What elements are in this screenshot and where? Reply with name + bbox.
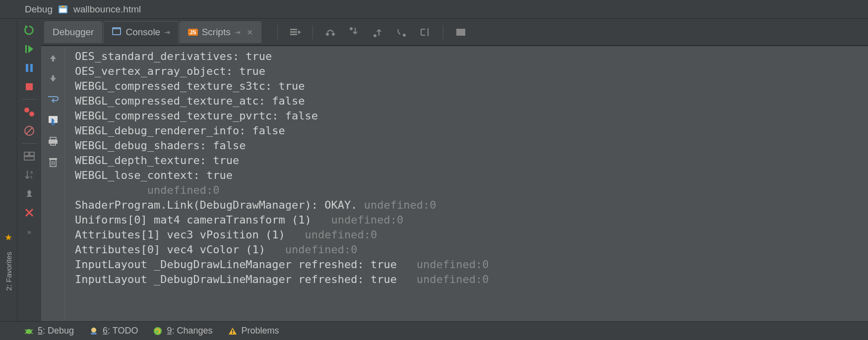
pause-icon[interactable] <box>22 60 37 75</box>
status-debug[interactable]: 5: Debug <box>24 326 74 336</box>
svg-point-44 <box>91 328 96 333</box>
toolbar-separator <box>443 25 443 39</box>
tab-label: Scripts <box>202 27 231 38</box>
svg-point-25 <box>373 34 376 37</box>
svg-rect-10 <box>24 152 29 156</box>
step-out-icon[interactable] <box>372 26 384 39</box>
svg-rect-45 <box>91 333 97 335</box>
step-over-icon[interactable] <box>324 26 337 39</box>
resume-icon[interactable] <box>22 42 37 57</box>
svg-rect-48 <box>232 333 233 334</box>
layout-settings-icon[interactable] <box>22 149 37 164</box>
view-breakpoints-icon[interactable] <box>22 105 37 119</box>
header-title: Debug <box>25 4 53 15</box>
changes-icon <box>153 326 163 336</box>
sort-icon[interactable]: az <box>22 168 37 182</box>
gutter-separator <box>22 99 37 100</box>
console-output[interactable]: OES_standard_derivatives: trueOES_vertex… <box>65 46 868 321</box>
tab-label: Console <box>125 27 160 38</box>
run-to-cursor-icon[interactable] <box>419 26 432 39</box>
soft-wrap-icon[interactable] <box>46 93 60 107</box>
tab-label: Debugger <box>53 27 94 38</box>
stop-icon[interactable] <box>22 79 37 94</box>
favorites-star-icon: ★ <box>4 232 12 243</box>
mute-breakpoints-icon[interactable] <box>22 123 37 138</box>
step-toolbar <box>277 25 467 39</box>
js-file-icon: JS <box>188 29 197 36</box>
evaluate-expression-icon[interactable] <box>454 26 467 39</box>
svg-line-42 <box>25 333 27 334</box>
tab-scripts[interactable]: JS Scripts ⇥ ✕ <box>180 21 261 43</box>
svg-text:a: a <box>30 170 33 174</box>
collapse-chevron-icon[interactable]: » <box>27 228 31 236</box>
toolbar-separator <box>277 25 278 39</box>
tab-close-icon[interactable]: ✕ <box>247 28 253 37</box>
svg-point-7 <box>29 112 34 116</box>
status-label: 5: Debug <box>38 326 74 336</box>
debug-tabbar: Debugger Console ⇥ JS Scripts ⇥ ✕ <box>41 19 868 46</box>
pin-indicator-icon: ⇥ <box>235 28 241 36</box>
status-label: 9: Changes <box>167 326 212 336</box>
close-icon[interactable] <box>22 205 37 220</box>
gutter-separator <box>22 143 37 144</box>
svg-rect-28 <box>456 29 465 36</box>
scroll-down-icon[interactable] <box>46 72 60 86</box>
favorites-tool-tab[interactable]: 2: Favorites <box>4 252 13 290</box>
svg-rect-2 <box>25 45 27 53</box>
todo-icon <box>89 326 99 336</box>
svg-rect-18 <box>113 29 120 34</box>
warning-icon <box>228 326 238 336</box>
svg-rect-21 <box>290 34 297 35</box>
svg-point-26 <box>403 34 406 37</box>
toolbar-separator <box>312 25 313 39</box>
clear-all-icon[interactable] <box>46 155 60 169</box>
svg-rect-47 <box>232 330 233 332</box>
console-tab-icon <box>112 27 122 38</box>
scroll-to-end-icon[interactable] <box>46 113 60 127</box>
svg-text:z: z <box>30 174 33 179</box>
svg-line-41 <box>31 330 33 331</box>
svg-rect-12 <box>24 157 34 160</box>
statusbar: 5: Debug 6: TODO 9: Changes Problems <box>0 321 868 340</box>
status-problems[interactable]: Problems <box>228 326 279 336</box>
svg-rect-38 <box>49 158 57 160</box>
html-file-icon <box>58 4 68 15</box>
svg-line-9 <box>26 127 33 134</box>
tab-debugger[interactable]: Debugger <box>44 21 102 43</box>
status-label: 6: TODO <box>103 326 138 336</box>
svg-point-22 <box>326 33 329 36</box>
svg-rect-4 <box>30 64 33 72</box>
drop-frame-icon[interactable] <box>395 26 408 39</box>
left-sidebar: ★ 2: Favorites <box>0 19 17 321</box>
step-into-icon[interactable] <box>348 26 361 39</box>
svg-point-23 <box>332 33 335 36</box>
status-todo[interactable]: 6: TODO <box>89 326 138 336</box>
svg-rect-1 <box>60 8 66 12</box>
pin-icon[interactable] <box>22 186 37 201</box>
svg-point-24 <box>350 27 353 30</box>
svg-rect-11 <box>30 152 34 156</box>
scroll-up-icon[interactable] <box>46 51 60 65</box>
svg-rect-33 <box>49 140 58 144</box>
svg-rect-35 <box>50 160 56 167</box>
show-execution-point-icon[interactable] <box>289 26 302 39</box>
print-icon[interactable] <box>46 134 60 148</box>
bug-icon <box>24 326 34 336</box>
tab-console[interactable]: Console ⇥ <box>103 21 179 43</box>
filename-label: wallbounce.html <box>73 4 141 15</box>
svg-point-39 <box>26 329 32 334</box>
svg-rect-3 <box>26 64 28 72</box>
svg-rect-29 <box>52 59 54 61</box>
svg-line-43 <box>31 333 33 334</box>
svg-point-46 <box>154 327 162 335</box>
svg-rect-5 <box>26 83 33 90</box>
status-changes[interactable]: 9: Changes <box>153 326 212 336</box>
debug-header: Debug wallbounce.html <box>0 0 868 19</box>
debug-action-gutter: az » <box>17 19 41 321</box>
svg-rect-30 <box>52 75 54 78</box>
console-gutter <box>41 46 65 321</box>
svg-rect-19 <box>290 29 297 30</box>
rerun-icon[interactable] <box>22 23 37 38</box>
svg-point-6 <box>24 108 29 113</box>
status-label: Problems <box>242 326 279 336</box>
